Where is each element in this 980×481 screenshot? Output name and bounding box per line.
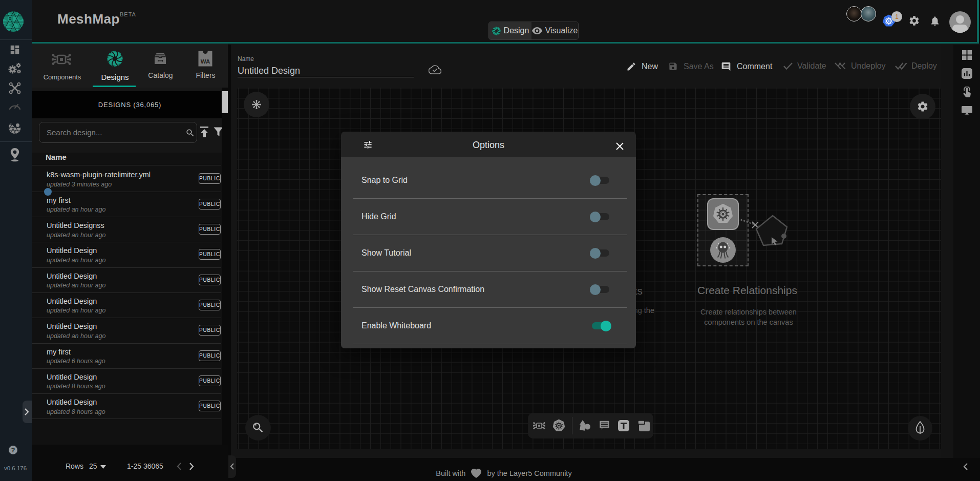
svg-text:WA: WA	[201, 58, 210, 65]
